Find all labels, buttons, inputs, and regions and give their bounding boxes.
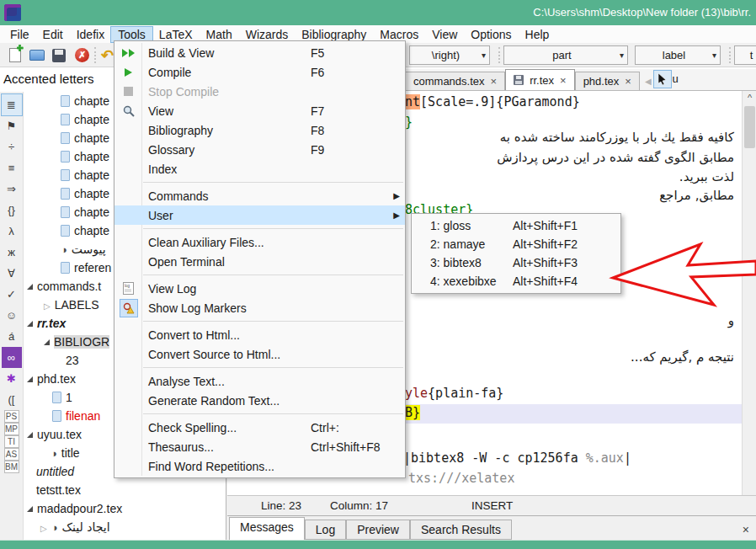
structure-panel-icon[interactable]: ≣ [2, 94, 22, 115]
expanded-arrow-icon[interactable] [27, 506, 33, 512]
svg-text:log: log [125, 284, 130, 288]
misc-symbols-icon[interactable]: ☺ [2, 305, 22, 326]
tab-rr-tex[interactable]: rr.tex × [505, 69, 575, 90]
menu-item-show-log-markers[interactable]: Show Log Markers [114, 298, 405, 317]
menu-macros[interactable]: Macros [373, 27, 425, 42]
annotation-arrow [589, 234, 756, 312]
file-icon [61, 206, 70, 218]
chevron-down-icon: ▾ [482, 51, 486, 60]
menu-item-view-log[interactable]: log View Log [114, 279, 405, 298]
tab-scroll-left-icon[interactable]: ◀ [645, 77, 652, 86]
infinity-icon[interactable]: ∞ [2, 347, 22, 368]
sidebar-header: Accented letters [3, 72, 94, 86]
status-bar: Line: 23 Column: 17 INSERT [227, 495, 756, 515]
ps-panel-icon[interactable]: PS [4, 410, 19, 423]
tree-item-madadpour2-tex[interactable]: madadpour2.tex [24, 499, 226, 518]
sectioning-combo[interactable]: part ▾ [503, 45, 628, 65]
scrollbar-thumb[interactable] [744, 106, 755, 148]
tab-messages[interactable]: Messages [229, 517, 305, 540]
expanded-arrow-icon[interactable] [27, 432, 33, 438]
submenu-item-gloss[interactable]: 1: glossAlt+Shift+F1 [412, 216, 620, 235]
collapsed-arrow-icon[interactable] [40, 520, 47, 534]
save-file-button[interactable] [49, 45, 68, 65]
menu-item-convert-html[interactable]: Convert to Html... [114, 325, 405, 344]
expanded-arrow-icon[interactable] [44, 339, 50, 345]
menu-wizards[interactable]: Wizards [239, 27, 295, 42]
section-icon [51, 446, 57, 460]
close-icon[interactable]: × [625, 75, 631, 88]
tab-search-results[interactable]: Search Results [410, 520, 512, 540]
close-panel-icon[interactable]: × [743, 523, 749, 536]
accented-letters-icon[interactable]: á [2, 326, 22, 347]
file-icon [61, 132, 70, 144]
menu-item-check-spelling[interactable]: Check Spelling...Ctrl+: [114, 418, 405, 437]
delimiters-icon[interactable]: {} [2, 200, 22, 221]
tab-commands-tex[interactable]: commands.tex × [405, 72, 505, 90]
tree-item-tetstt-tex[interactable]: tetstt.tex [24, 481, 226, 499]
open-file-button[interactable] [27, 45, 46, 65]
label-combo[interactable]: label ▾ [635, 45, 721, 65]
persian-text-line: مطابق, مراجع [659, 188, 734, 203]
menu-item-analyse-text[interactable]: Analyse Text... [114, 371, 405, 391]
greek-icon[interactable]: λ [2, 221, 22, 242]
arrows-icon[interactable]: ⇒ [2, 179, 22, 200]
close-icon[interactable]: × [491, 75, 498, 88]
code-line-font: nt[Scale=.9]{PGaramond} [405, 94, 580, 109]
checkmark-icon[interactable]: ✓ [2, 284, 22, 305]
menu-item-clean-auxiliary[interactable]: Clean Auxiliary Files... [114, 232, 405, 252]
tab-phd-tex[interactable]: phd.tex × [575, 72, 640, 90]
expanded-arrow-icon[interactable] [27, 284, 33, 290]
cyrillic-icon[interactable]: ж [2, 242, 22, 263]
menu-item-thesaurus[interactable]: Thesaurus...Ctrl+Shift+F8 [114, 437, 405, 456]
file-icon [61, 169, 70, 181]
collapsed-arrow-icon[interactable] [44, 298, 51, 312]
menu-item-stop-compile: Stop Compile [114, 82, 405, 101]
menu-item-find-word-repetitions[interactable]: Find Word Repetitions... [114, 456, 405, 476]
menu-item-open-terminal[interactable]: Open Terminal [114, 252, 405, 271]
file-icon [61, 188, 70, 200]
mp-panel-icon[interactable]: MP [4, 423, 19, 435]
new-document-button[interactable] [5, 45, 24, 65]
tree-item-create-link[interactable]: ايجاد لينک [24, 518, 226, 536]
special-symbols-icon[interactable]: ✱ [2, 368, 22, 389]
as-panel-icon[interactable]: AS [4, 448, 19, 461]
menu-options[interactable]: Options [464, 27, 518, 42]
close-button[interactable]: ✗ [72, 45, 92, 65]
expanded-arrow-icon[interactable] [27, 376, 33, 382]
menu-tools[interactable]: Tools [111, 27, 152, 42]
menu-idefix[interactable]: Idefix [70, 27, 111, 42]
menu-item-build-view[interactable]: Build & ViewF5 [114, 43, 405, 62]
menu-item-user[interactable]: User ▶ [114, 205, 405, 225]
menu-latex[interactable]: LaTeX [152, 27, 200, 42]
relations-icon[interactable]: ≡ [2, 157, 22, 179]
menu-item-commands[interactable]: Commands ▶ [114, 186, 405, 205]
menu-file[interactable]: File [3, 27, 36, 42]
tab-preview[interactable]: Preview [346, 520, 410, 540]
menu-item-generate-random-text[interactable]: Generate Random Text... [114, 391, 405, 410]
menu-item-convert-source-html[interactable]: Convert Source to Html... [114, 344, 405, 364]
math-divide-icon[interactable]: ÷ [2, 136, 22, 157]
menu-item-compile[interactable]: CompileF6 [114, 62, 405, 82]
menu-item-view[interactable]: ViewF7 [114, 101, 405, 120]
bookmarks-panel-icon[interactable]: ⚑ [2, 115, 22, 136]
tab-scroll-right-button[interactable] [654, 71, 671, 88]
close-icon[interactable]: × [560, 74, 567, 87]
menu-view[interactable]: View [425, 27, 464, 42]
menu-help[interactable]: Help [519, 27, 556, 42]
bm-panel-icon[interactable]: BM [4, 461, 19, 473]
menu-item-index[interactable]: Index [114, 159, 405, 179]
menu-edit[interactable]: Edit [36, 27, 70, 42]
menu-bibliography[interactable]: Bibliography [295, 27, 373, 42]
combo-value: \right) [413, 49, 478, 61]
right-delimiter-combo[interactable]: \right) ▾ [409, 45, 490, 65]
clipped-combo[interactable]: t [734, 45, 756, 65]
scroll-up-icon[interactable]: ^ [743, 91, 756, 104]
expanded-arrow-icon[interactable] [27, 321, 33, 327]
menu-math[interactable]: Math [200, 27, 239, 42]
operators-icon[interactable]: ∀ [2, 263, 22, 284]
ti-panel-icon[interactable]: TI [4, 435, 19, 448]
tab-log[interactable]: Log [305, 520, 346, 540]
brackets-icon[interactable]: ([ [2, 389, 22, 410]
menu-item-bibliography[interactable]: BibliographyF8 [114, 120, 405, 140]
menu-item-glossary[interactable]: GlossaryF9 [114, 140, 405, 159]
